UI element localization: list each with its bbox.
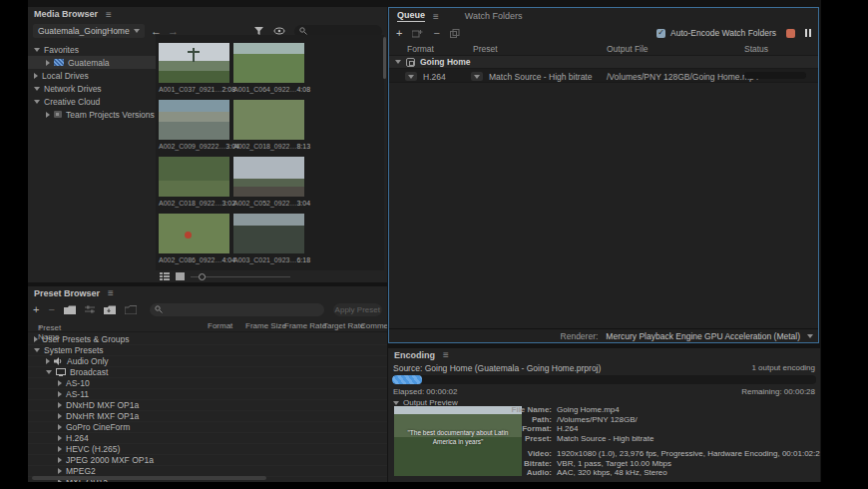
clip-thumbnail <box>159 43 229 83</box>
remove-preset-button[interactable]: − <box>48 304 54 315</box>
remove-job-button[interactable]: − <box>433 28 439 39</box>
tree-item-local-drives[interactable]: Local Drives <box>28 69 156 82</box>
source-dropdown[interactable]: Guatemala_GoingHome <box>33 24 145 38</box>
apply-preset-button[interactable]: Apply Preset <box>333 303 382 316</box>
chevron-down-icon <box>34 48 40 52</box>
clip-item[interactable]: A003_C021_0923…6:18 <box>233 214 308 270</box>
queue-job-row[interactable]: H.264 Match Source - High bitrate /Volum… <box>389 68 818 83</box>
preset-search-input[interactable] <box>150 303 324 316</box>
format-dropdown[interactable] <box>405 72 417 81</box>
vertical-scrollbar[interactable] <box>383 37 386 79</box>
chevron-down-icon <box>34 100 40 104</box>
chevron-down-icon <box>34 87 40 91</box>
encoding-panel: Encoding ≡ Source: Going Home (Guatemala… <box>388 348 820 482</box>
tab-queue[interactable]: Queue <box>397 10 425 22</box>
preset-row-hevc[interactable]: HEVC (H.265) <box>28 444 387 455</box>
queue-panel: Queue ≡ Watch Folders + − ✓ Auto-Encode … <box>388 7 819 343</box>
preset-row-system-presets[interactable]: System Presets <box>28 345 387 356</box>
preset-dropdown[interactable] <box>471 72 483 81</box>
speaker-icon <box>54 357 63 365</box>
preset-row-broadcast[interactable]: Broadcast <box>28 367 387 378</box>
column-format[interactable]: Format <box>208 321 232 330</box>
clip-item[interactable]: A002_C018_0922…8:13 <box>233 100 308 157</box>
column-target-rate[interactable]: Target Rate <box>323 321 364 330</box>
encoding-progress-bar <box>392 375 816 384</box>
encoding-source: Source: Going Home (Guatemala - Going Ho… <box>393 363 601 373</box>
preset-row-gopro[interactable]: GoPro CineForm <box>28 422 387 433</box>
renderer-label: Renderer: <box>561 331 599 341</box>
tree-item-creative-cloud[interactable]: Creative Cloud <box>28 95 156 108</box>
job-output-file[interactable]: /Volumes/PNY 128GB/Going Home.mp4 <box>607 72 758 82</box>
new-group-icon[interactable] <box>64 305 76 314</box>
encoding-details: File Name:Going Home.mp4 Path:/Volumes/P… <box>494 405 816 478</box>
duplicate-icon[interactable] <box>450 29 460 38</box>
column-frame-rate[interactable]: Frame Rate <box>284 321 326 330</box>
job-preset[interactable]: Match Source - High bitrate <box>489 72 592 82</box>
team-projects-icon <box>54 111 62 118</box>
panel-menu-icon[interactable]: ≡ <box>443 349 449 360</box>
add-preset-button[interactable]: + <box>33 304 39 315</box>
tab-watch-folders[interactable]: Watch Folders <box>465 11 523 21</box>
preset-row-as11[interactable]: AS-11 <box>28 389 387 400</box>
queue-group-row[interactable]: Going Home <box>389 55 818 68</box>
preset-browser-title: Preset Browser <box>34 288 100 298</box>
job-progress-bar <box>744 72 806 79</box>
app-window: Media Browser ≡ Guatemala_GoingHome ← → <box>28 0 821 482</box>
tree-item-team-projects[interactable]: Team Projects Versions <box>28 108 156 121</box>
auto-encode-checkbox[interactable]: ✓ <box>656 29 665 38</box>
column-format[interactable]: Format <box>407 44 434 54</box>
clip-grid: A001_C037_0921…2:08 A001_C064_0922…4:08 … <box>156 35 384 270</box>
column-preset[interactable]: Preset <box>473 44 498 54</box>
preset-row-audio-only[interactable]: Audio Only <box>28 356 387 367</box>
export-preset-icon[interactable] <box>125 305 137 314</box>
list-view-icon[interactable] <box>160 272 170 280</box>
preset-settings-icon[interactable] <box>85 305 95 314</box>
preset-row-dnxhd[interactable]: DNxHD MXF OP1a <box>28 400 387 411</box>
thumbnail-size-slider[interactable] <box>191 276 290 277</box>
clip-thumbnail <box>233 214 304 253</box>
stop-queue-button[interactable] <box>786 29 795 38</box>
thumbnail-view-icon[interactable] <box>176 272 185 280</box>
chevron-right-icon <box>34 73 38 79</box>
encoding-title: Encoding <box>394 350 435 360</box>
search-icon <box>155 305 163 313</box>
column-status[interactable]: Status <box>744 44 768 54</box>
slider-knob[interactable] <box>199 273 206 280</box>
import-preset-icon[interactable] <box>104 305 116 314</box>
clip-item[interactable]: A002_C009_09222…3:04 <box>159 100 233 157</box>
preset-row-user-presets[interactable]: User Presets & Groups <box>28 334 387 345</box>
renderer-dropdown[interactable]: Mercury Playback Engine GPU Acceleration… <box>606 331 800 341</box>
panel-menu-icon[interactable]: ≡ <box>433 11 439 22</box>
chevron-down-icon <box>807 334 813 338</box>
elapsed-time: Elapsed: 00:00:02 <box>393 387 458 396</box>
preset-row-h264[interactable]: H.264 <box>28 433 387 444</box>
queue-group-name: Going Home <box>420 57 471 67</box>
tree-item-favorites[interactable]: Favorites <box>28 43 156 56</box>
horizontal-scrollbar[interactable] <box>32 476 266 480</box>
preset-row-dnxhr[interactable]: DNxHR MXF OP1a <box>28 411 387 422</box>
media-tree: Favorites Guatemala Local Drives Network… <box>28 43 156 270</box>
clip-item[interactable]: A001_C037_0921…2:08 <box>159 43 233 100</box>
chevron-down-icon <box>134 29 140 33</box>
column-comment[interactable]: Comment <box>360 321 387 330</box>
clip-item[interactable]: A002_C018_0922…3:02 <box>159 157 233 214</box>
panel-menu-icon[interactable]: ≡ <box>106 9 112 20</box>
clip-thumbnail <box>233 43 304 83</box>
eye-icon[interactable] <box>273 27 285 35</box>
column-output-file[interactable]: Output File <box>607 44 649 54</box>
job-format[interactable]: H.264 <box>423 72 446 82</box>
add-source-button[interactable]: + <box>396 28 402 39</box>
clip-item[interactable]: A002_C052_0922…3:04 <box>233 157 308 214</box>
add-output-icon[interactable] <box>412 29 423 38</box>
tree-item-guatemala[interactable]: Guatemala <box>28 56 156 69</box>
pause-queue-button[interactable] <box>805 29 811 37</box>
clip-item[interactable]: A002_C086_0922…4:04 <box>159 214 233 270</box>
clip-thumbnail <box>233 100 304 140</box>
preset-row-as10[interactable]: AS-10 <box>28 378 387 389</box>
column-frame-size[interactable]: Frame Size <box>245 321 286 330</box>
tree-item-network-drives[interactable]: Network Drives <box>28 82 156 95</box>
preset-tree: User Presets & Groups System Presets Aud… <box>28 334 387 474</box>
panel-menu-icon[interactable]: ≡ <box>108 287 114 298</box>
preset-row-jpeg2000[interactable]: JPEG 2000 MXF OP1a <box>28 455 387 466</box>
clip-item[interactable]: A001_C064_0922…4:08 <box>233 43 308 100</box>
